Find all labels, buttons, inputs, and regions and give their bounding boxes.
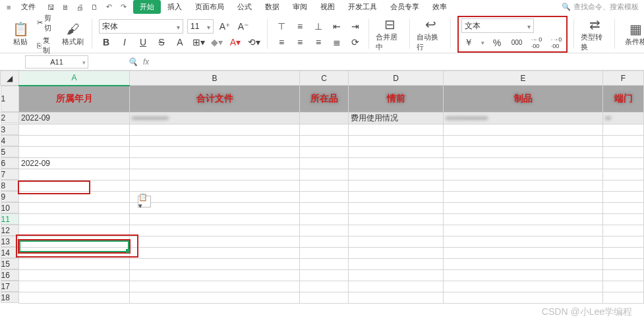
file-menu[interactable]: 文件 xyxy=(16,0,41,14)
row-header-6[interactable]: 6 xyxy=(1,157,19,169)
cell-A7[interactable] xyxy=(19,169,130,180)
align-mid-button[interactable]: ≡ xyxy=(293,19,307,34)
tab-data[interactable]: 数据 xyxy=(258,0,286,14)
cell-A13[interactable] xyxy=(19,236,130,247)
preview-icon[interactable]: 🗋 xyxy=(88,1,100,13)
tab-start[interactable]: 开始 xyxy=(133,0,161,14)
cell-B2[interactable]: ▪▪▪▪▪▪▪▪▪▪▪▪▪ xyxy=(130,112,300,124)
cut-button[interactable]: ✂ 剪切 xyxy=(37,13,57,33)
row-header-16[interactable]: 16 xyxy=(1,269,19,281)
row-header-17[interactable]: 17 xyxy=(1,281,19,292)
cond-format-button[interactable]: ▦条件格 xyxy=(622,21,644,47)
col-header-D[interactable]: D xyxy=(349,71,444,86)
formula-bar[interactable]: 🔍 fx xyxy=(128,57,149,67)
italic-button[interactable]: I xyxy=(117,35,132,49)
font-name-select[interactable]: 宋体 xyxy=(99,19,183,34)
align-bot-button[interactable]: ⊥ xyxy=(311,19,326,34)
row-header-11[interactable]: 11 xyxy=(1,213,19,225)
select-all-corner[interactable]: ◢ xyxy=(1,71,19,86)
col-header-F[interactable]: F xyxy=(603,71,644,86)
row-header-7[interactable]: 7 xyxy=(1,169,19,180)
row-header-2[interactable]: 2 xyxy=(1,112,19,123)
tab-insert[interactable]: 插入 xyxy=(161,0,189,14)
tab-pagelayout[interactable]: 页面布局 xyxy=(189,0,231,14)
decrease-font-button[interactable]: A⁻ xyxy=(236,19,250,34)
cell-B1[interactable]: 合计文件 xyxy=(130,86,300,113)
cell-A18[interactable] xyxy=(19,292,130,303)
row-header-15[interactable]: 15 xyxy=(1,258,19,269)
col-header-B[interactable]: B xyxy=(130,71,300,86)
align-left-button[interactable]: ≡ xyxy=(274,35,289,49)
saveas-icon[interactable]: 🗎 xyxy=(59,1,71,13)
cell-F2[interactable]: ▪▪ xyxy=(603,112,644,124)
row-header-12[interactable]: 12 xyxy=(1,225,19,236)
cell-A6[interactable]: 2022-09 xyxy=(19,157,130,169)
row-header-10[interactable]: 10 xyxy=(1,202,19,213)
save-icon[interactable]: 🖫 xyxy=(45,1,57,13)
cell-E1[interactable]: 制品 xyxy=(444,86,603,113)
cell-A10[interactable] xyxy=(19,202,130,213)
cell-A15[interactable] xyxy=(19,258,130,269)
cell-A9[interactable] xyxy=(19,191,130,202)
strike-button[interactable]: S xyxy=(154,35,169,49)
row-header-9[interactable]: 9 xyxy=(1,191,19,202)
hamburger-icon[interactable]: ≡ xyxy=(1,0,16,14)
cell-A1[interactable]: 所属年月 xyxy=(19,86,130,113)
tab-view[interactable]: 视图 xyxy=(314,0,341,14)
format-painter-button[interactable]: 🖌格式刷 xyxy=(61,22,86,47)
col-header-E[interactable]: E xyxy=(444,71,603,86)
cell-D1[interactable]: 情前 xyxy=(349,86,444,113)
print-icon[interactable]: 🖨 xyxy=(74,1,86,13)
font-color-button[interactable]: A▾ xyxy=(228,35,243,49)
tab-devtools[interactable]: 开发工具 xyxy=(341,0,384,14)
copy-button[interactable]: ⎘ 复制 xyxy=(37,36,57,55)
row-header-14[interactable]: 14 xyxy=(1,247,19,258)
align-center-button[interactable]: ≡ xyxy=(293,35,307,49)
cell-A8[interactable] xyxy=(19,180,130,191)
cell-A3[interactable] xyxy=(19,124,130,135)
currency-button[interactable]: ￥ xyxy=(461,36,476,50)
row-header-8[interactable]: 8 xyxy=(1,180,19,191)
col-header-A[interactable]: A xyxy=(19,71,130,86)
cell-A11[interactable] xyxy=(19,213,130,225)
cell-C2[interactable] xyxy=(300,112,349,124)
percent-button[interactable]: % xyxy=(490,36,504,50)
typography-button[interactable]: A xyxy=(173,35,187,49)
tab-efficiency[interactable]: 效率 xyxy=(426,0,454,14)
cell-C1[interactable]: 所在品 xyxy=(300,86,349,113)
underline-button[interactable]: U xyxy=(136,35,150,49)
merge-center-button[interactable]: ⊟合并居中 xyxy=(376,16,403,52)
cell-A14[interactable] xyxy=(19,247,130,258)
paste-options-icon[interactable]: 📋▾ xyxy=(138,196,151,207)
number-format-select[interactable]: 文本 xyxy=(461,18,534,33)
bold-button[interactable]: B xyxy=(99,35,113,49)
name-box[interactable]: A11 xyxy=(25,55,88,69)
indent-dec-button[interactable]: ⇤ xyxy=(330,19,344,34)
command-search[interactable]: 🔍 查找命令、搜索模板 xyxy=(562,2,644,12)
row-header-18[interactable]: 18 xyxy=(1,292,19,303)
thousands-button[interactable]: 000 xyxy=(510,36,524,50)
clear-format-button[interactable]: ⟲▾ xyxy=(247,35,261,49)
row-header-3[interactable]: 3 xyxy=(1,124,19,135)
tab-formula[interactable]: 公式 xyxy=(231,0,258,14)
redo-icon[interactable]: ↷ xyxy=(117,1,129,13)
increase-font-button[interactable]: A⁺ xyxy=(218,19,232,34)
row-header-1[interactable]: 1 xyxy=(1,86,19,112)
align-top-button[interactable]: ⊤ xyxy=(274,19,289,34)
row-header-4[interactable]: 4 xyxy=(1,135,19,146)
cell-E2[interactable]: ▪▪▪▪▪▪▪▪▪▪▪▪▪▪▪ xyxy=(444,112,603,124)
align-right-button[interactable]: ≡ xyxy=(311,35,326,49)
cell-A4[interactable] xyxy=(19,135,130,146)
increase-decimal-button[interactable]: ·→0·00 xyxy=(549,36,564,50)
row-header-5[interactable]: 5 xyxy=(1,146,19,157)
type-convert-button[interactable]: ⇄类型转换 xyxy=(581,16,608,52)
cell-D2[interactable]: 费用使用情况 xyxy=(349,112,444,124)
indent-inc-button[interactable]: ⇥ xyxy=(348,19,363,34)
cell-A16[interactable] xyxy=(19,269,130,281)
tab-member[interactable]: 会员专享 xyxy=(384,0,426,14)
cell-A12[interactable] xyxy=(19,225,130,236)
fill-color-button[interactable]: ◆▾ xyxy=(210,35,224,49)
decrease-decimal-button[interactable]: ·←0·00 xyxy=(529,36,544,50)
paste-button[interactable]: 📋粘贴 xyxy=(8,21,33,47)
orientation-button[interactable]: ⟳ xyxy=(348,35,363,49)
